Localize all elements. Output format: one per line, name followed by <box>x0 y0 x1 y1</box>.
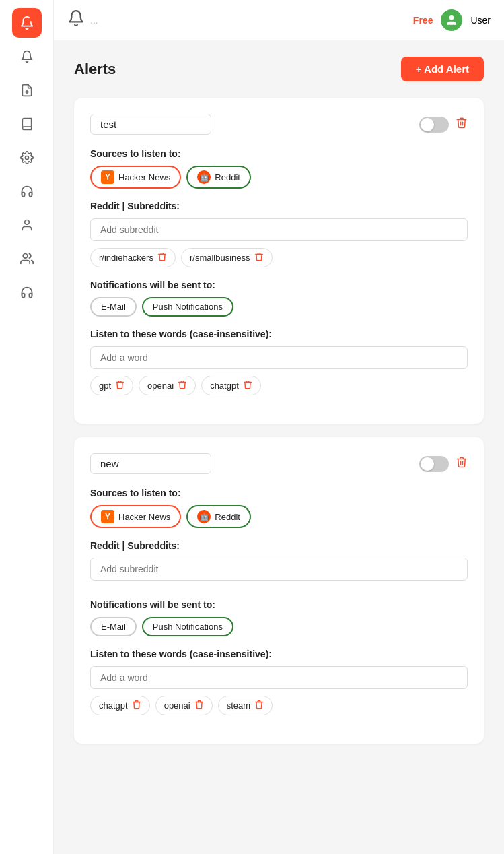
word-label-steam: steam <box>227 700 250 711</box>
sidebar-item-notifications[interactable] <box>12 42 42 71</box>
subreddits-label-1: Reddit | Subreddits: <box>90 201 468 211</box>
hn-label-1: Hacker News <box>118 172 170 183</box>
word-tag-openai-2: openai <box>155 696 213 715</box>
sources-tags-2: Y Hacker News 🤖 Reddit <box>90 505 468 528</box>
word-tag-gpt: gpt <box>90 376 133 395</box>
sidebar-item-docs[interactable] <box>12 109 42 139</box>
alert-name-input-1[interactable] <box>90 114 211 135</box>
alert-card-2: Sources to listen to: Y Hacker News 🤖 Re… <box>74 437 484 744</box>
sidebar-item-support[interactable] <box>12 277 42 307</box>
delete-word-openai[interactable] <box>178 380 187 391</box>
subreddit-tag-smallbusiness: r/smallbusiness <box>181 248 273 267</box>
source-hn-2[interactable]: Y Hacker News <box>90 505 181 528</box>
free-badge: Free <box>413 15 433 26</box>
notif-push-1[interactable]: Push Notifications <box>142 297 233 317</box>
sources-label-1: Sources to listen to: <box>90 148 468 159</box>
subreddit-input-1[interactable] <box>90 218 468 241</box>
word-tag-steam: steam <box>218 696 273 715</box>
notification-tags-2: E-Mail Push Notifications <box>90 617 468 636</box>
notifications-section-1: Notifications will be sent to: E-Mail Pu… <box>90 280 468 317</box>
delete-subreddit-smallbusiness[interactable] <box>254 252 264 263</box>
subreddits-section-1: Reddit | Subreddits: r/indiehackers <box>90 201 468 267</box>
delete-word-chatgpt-2[interactable] <box>132 700 141 711</box>
hn-icon-1: Y <box>101 170 114 184</box>
keywords-section-2: Listen to these words (case-insensitive)… <box>90 649 468 715</box>
word-tag-chatgpt: chatgpt <box>201 376 261 395</box>
logo-area: ... <box>67 9 405 31</box>
keyword-tags-1: gpt openai <box>90 376 468 395</box>
sources-tags-1: Y Hacker News 🤖 Reddit <box>90 166 468 189</box>
keyword-tags-2: chatgpt openai <box>90 696 468 715</box>
card-top-right-1 <box>419 117 468 133</box>
delete-word-chatgpt[interactable] <box>243 380 252 391</box>
alert-toggle-2[interactable] <box>419 456 449 472</box>
notif-push-2[interactable]: Push Notifications <box>142 617 233 636</box>
toggle-knob-2 <box>421 457 434 471</box>
sidebar-item-settings[interactable] <box>12 143 42 172</box>
word-label-openai: openai <box>147 381 174 391</box>
bell-logo-icon <box>67 9 85 31</box>
logo-text: ... <box>90 15 98 26</box>
word-tag-openai: openai <box>139 376 196 395</box>
notification-tags-1: E-Mail Push Notifications <box>90 297 468 317</box>
notif-email-1[interactable]: E-Mail <box>90 297 137 317</box>
notifications-label-1: Notifications will be sent to: <box>90 280 468 290</box>
sources-section-2: Sources to listen to: Y Hacker News 🤖 Re… <box>90 488 468 528</box>
subreddit-tag-label: r/indiehackers <box>99 253 153 263</box>
card-top-row-1 <box>90 114 468 135</box>
page-title: Alerts <box>74 61 116 78</box>
word-tag-chatgpt-2: chatgpt <box>90 696 150 715</box>
delete-word-steam[interactable] <box>254 700 264 711</box>
notif-email-2[interactable]: E-Mail <box>90 617 137 636</box>
topbar: ... Free User <box>54 0 504 40</box>
toggle-knob-1 <box>421 118 434 131</box>
word-label-chatgpt-2: chatgpt <box>99 700 128 711</box>
source-reddit-2[interactable]: 🤖 Reddit <box>186 505 251 528</box>
subreddits-section-2: Reddit | Subreddits: <box>90 540 468 587</box>
reddit-icon-2: 🤖 <box>197 510 211 523</box>
alert-toggle-1[interactable] <box>419 117 449 133</box>
keyword-input-1[interactable] <box>90 346 468 369</box>
user-avatar[interactable] <box>441 9 462 31</box>
notifications-label-2: Notifications will be sent to: <box>90 599 468 610</box>
delete-word-gpt[interactable] <box>115 380 124 391</box>
reddit-label-2: Reddit <box>215 512 240 522</box>
hn-label-2: Hacker News <box>118 512 170 522</box>
keywords-section-1: Listen to these words (case-insensitive)… <box>90 329 468 395</box>
sidebar-item-headset[interactable] <box>12 176 42 206</box>
sources-section-1: Sources to listen to: Y Hacker News 🤖 Re… <box>90 148 468 189</box>
reddit-icon-1: 🤖 <box>197 170 211 184</box>
sidebar-item-alerts[interactable] <box>12 8 42 38</box>
delete-word-openai-2[interactable] <box>194 700 204 711</box>
reddit-label-1: Reddit <box>215 172 240 183</box>
keywords-label-2: Listen to these words (case-insensitive)… <box>90 649 468 659</box>
sidebar-item-files[interactable] <box>12 75 42 105</box>
delete-subreddit-indiehackers[interactable] <box>157 252 167 263</box>
subreddit-input-2[interactable] <box>90 558 468 581</box>
keywords-label-1: Listen to these words (case-insensitive)… <box>90 329 468 339</box>
card-top-right-2 <box>419 456 468 472</box>
alert-name-input-2[interactable] <box>90 453 211 474</box>
main-area: ... Free User Alerts + Add Alert <box>54 0 504 854</box>
source-hn-1[interactable]: Y Hacker News <box>90 166 181 189</box>
subreddit-tag-indiehackers: r/indiehackers <box>90 248 176 267</box>
source-reddit-1[interactable]: 🤖 Reddit <box>186 166 251 189</box>
svg-point-5 <box>23 254 28 259</box>
alert-card-1: Sources to listen to: Y Hacker News 🤖 Re… <box>74 98 484 424</box>
delete-alert-2-button[interactable] <box>456 456 468 471</box>
delete-alert-1-button[interactable] <box>456 117 468 132</box>
word-label-chatgpt: chatgpt <box>210 381 239 391</box>
svg-point-4 <box>24 220 29 225</box>
word-label-openai-2: openai <box>164 700 190 711</box>
sidebar-item-user[interactable] <box>12 210 42 240</box>
page-header: Alerts + Add Alert <box>74 57 484 81</box>
sidebar-item-users[interactable] <box>12 244 42 273</box>
user-name: User <box>470 15 491 26</box>
subreddit-tags-1: r/indiehackers r/smallbusiness <box>90 248 468 267</box>
word-label-gpt: gpt <box>99 381 111 391</box>
add-alert-button[interactable]: + Add Alert <box>401 57 484 81</box>
keyword-input-2[interactable] <box>90 666 468 689</box>
svg-point-3 <box>25 156 28 160</box>
card-top-row-2 <box>90 453 468 474</box>
svg-point-0 <box>28 18 32 22</box>
